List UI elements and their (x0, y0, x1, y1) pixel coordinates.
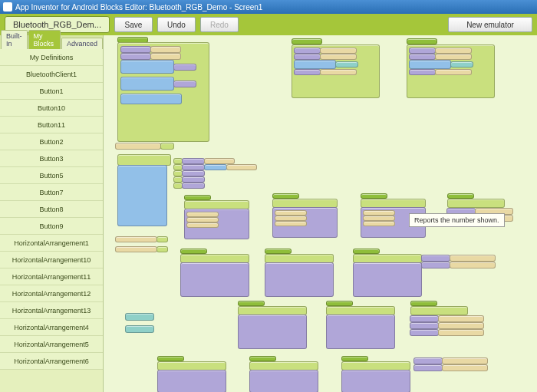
sidebar-item[interactable]: Button5 (0, 167, 103, 184)
block-set[interactable] (421, 262, 450, 268)
block-arg[interactable] (204, 164, 227, 170)
block-event[interactable] (180, 249, 207, 254)
block-arg[interactable] (435, 54, 472, 60)
tab-myblocks[interactable]: My Blocks (28, 30, 61, 49)
block-arg[interactable] (450, 262, 496, 268)
block-arg[interactable] (186, 217, 219, 222)
block-handler[interactable] (117, 154, 171, 166)
block-arg[interactable] (275, 216, 307, 221)
tab-advanced[interactable]: Advanced (61, 38, 103, 49)
block-body[interactable] (272, 207, 338, 238)
block-call[interactable] (409, 60, 451, 69)
block-event[interactable] (341, 356, 368, 361)
block-call[interactable] (120, 77, 174, 91)
block-arg[interactable] (173, 81, 196, 87)
sidebar-item[interactable]: Button2 (0, 133, 103, 150)
block-arg[interactable] (204, 158, 235, 164)
blocks-canvas[interactable]: Reports the number shown. (104, 35, 537, 392)
sidebar-item[interactable]: Button10 (0, 100, 103, 117)
block-arg[interactable] (320, 69, 357, 75)
block-body[interactable] (117, 165, 167, 226)
block-set[interactable] (182, 158, 205, 164)
sidebar-item[interactable]: HorizontalArrangement11 (0, 268, 103, 285)
block-event[interactable] (265, 249, 292, 254)
block-set[interactable] (410, 329, 439, 336)
block-event[interactable] (326, 301, 353, 306)
block-arg[interactable] (450, 255, 496, 262)
new-emulator-button[interactable]: New emulator (448, 17, 532, 32)
sidebar-item[interactable]: HorizontalArrangement13 (0, 302, 103, 319)
block-set[interactable] (120, 46, 151, 53)
block-event[interactable] (407, 38, 437, 44)
block-arg[interactable] (156, 236, 168, 242)
block-arg[interactable] (320, 48, 357, 54)
block-arg[interactable] (275, 210, 307, 216)
block-body[interactable] (157, 370, 226, 392)
block-call[interactable] (294, 60, 336, 69)
block-set[interactable] (413, 364, 443, 371)
block-set[interactable] (182, 164, 205, 170)
undo-button[interactable]: Undo (157, 17, 196, 32)
sidebar-item[interactable]: HorizontalArrangement5 (0, 336, 103, 353)
block-set[interactable] (120, 53, 151, 60)
block-arg[interactable] (435, 48, 472, 54)
sidebar-item[interactable]: Button3 (0, 150, 103, 167)
block-set[interactable] (410, 315, 439, 322)
block-arg[interactable] (363, 210, 395, 216)
block-event[interactable] (410, 301, 437, 306)
block-arg[interactable] (160, 143, 174, 150)
block-set[interactable] (421, 255, 450, 262)
block-set[interactable] (182, 170, 205, 176)
block-event[interactable] (447, 193, 474, 199)
block-body[interactable] (353, 262, 422, 297)
block-body[interactable] (180, 262, 249, 297)
block-call[interactable] (120, 94, 182, 104)
sidebar-item[interactable]: BluetoothClient1 (0, 66, 103, 83)
sidebar-item[interactable]: My Definitions (0, 49, 103, 66)
block-var[interactable] (115, 246, 157, 252)
block-body[interactable] (238, 315, 307, 349)
block-arg[interactable] (150, 53, 181, 60)
block-event[interactable] (292, 38, 322, 44)
block-body[interactable] (407, 44, 495, 98)
block-arg[interactable] (186, 212, 219, 217)
block-event[interactable] (249, 356, 276, 361)
block-body[interactable] (249, 370, 318, 392)
block-body[interactable] (265, 262, 334, 297)
block-set[interactable] (410, 322, 439, 329)
block-head[interactable] (447, 199, 505, 208)
block-body[interactable] (184, 209, 249, 239)
sidebar-item[interactable]: HorizontalArrangement1 (0, 235, 103, 252)
block-arg[interactable] (173, 64, 196, 71)
block-value[interactable] (125, 313, 154, 321)
block-arg[interactable] (435, 69, 472, 75)
block-body[interactable] (326, 315, 395, 349)
block-set[interactable] (294, 48, 321, 54)
block-arg[interactable] (363, 221, 395, 226)
block-arg[interactable] (150, 46, 181, 53)
block-set[interactable] (409, 69, 436, 75)
block-body[interactable] (117, 42, 209, 142)
block-event[interactable] (238, 301, 265, 306)
block-event[interactable] (272, 193, 299, 199)
sidebar-item[interactable]: HorizontalArrangement4 (0, 319, 103, 336)
block-arg[interactable] (442, 357, 488, 364)
sidebar-item[interactable]: HorizontalArrangement12 (0, 285, 103, 302)
block-set[interactable] (409, 54, 436, 60)
save-button[interactable]: Save (114, 17, 153, 32)
block-arg[interactable] (438, 322, 484, 329)
block-arg[interactable] (438, 329, 484, 336)
block-arg[interactable] (156, 246, 168, 252)
sidebar-item[interactable]: Button9 (0, 218, 103, 235)
block-event[interactable] (361, 193, 387, 199)
block-set[interactable] (294, 54, 321, 60)
block-arg[interactable] (442, 364, 488, 371)
block-arg[interactable] (335, 61, 358, 68)
sidebar-item[interactable]: Button8 (0, 201, 103, 218)
block-head[interactable] (410, 306, 468, 315)
tab-builtin[interactable]: Built-In (1, 30, 28, 49)
block-set[interactable] (182, 183, 205, 189)
block-set[interactable] (294, 69, 321, 75)
block-set[interactable] (413, 357, 443, 364)
block-body[interactable] (341, 370, 410, 392)
